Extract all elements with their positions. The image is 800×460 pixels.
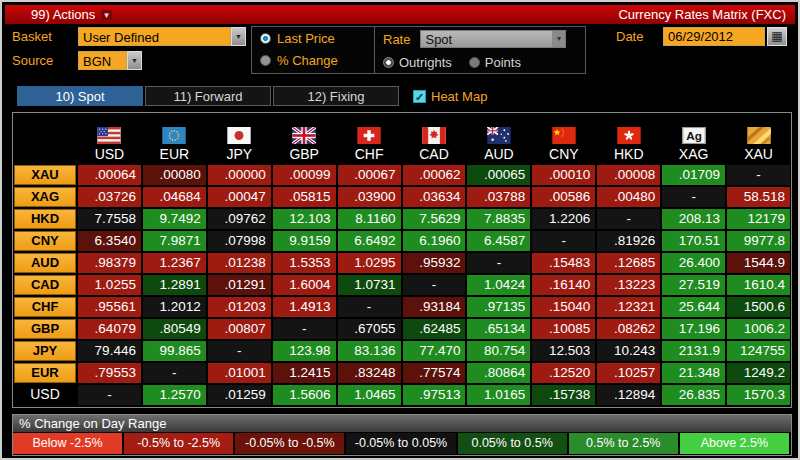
- cell-hkd-jpy[interactable]: .09762: [208, 209, 271, 229]
- cell-cny-xag[interactable]: 170.51: [662, 231, 725, 251]
- cell-cad-chf[interactable]: 1.0731: [338, 275, 401, 295]
- actions-menu[interactable]: 99) Actions ▾: [31, 7, 112, 22]
- column-header-jpy[interactable]: JPY: [208, 114, 271, 163]
- cell-aud-hkd[interactable]: .12685: [597, 253, 660, 273]
- cell-xag-jpy[interactable]: .00047: [208, 187, 271, 207]
- cell-usd-xag[interactable]: 26.835: [662, 385, 725, 405]
- cell-jpy-jpy[interactable]: -: [208, 341, 271, 361]
- cell-xau-usd[interactable]: .00064: [78, 165, 141, 185]
- cell-gbp-chf[interactable]: .67055: [338, 319, 401, 339]
- cell-gbp-jpy[interactable]: .00807: [208, 319, 271, 339]
- cell-chf-xau[interactable]: 1500.6: [727, 297, 790, 317]
- cell-xau-cny[interactable]: .00010: [532, 165, 595, 185]
- row-header-cny[interactable]: CNY: [14, 231, 76, 251]
- cell-cny-chf[interactable]: 6.6492: [338, 231, 401, 251]
- row-header-cad[interactable]: CAD: [14, 275, 76, 295]
- tab-spot[interactable]: 10) Spot: [17, 86, 143, 106]
- cell-gbp-hkd[interactable]: .08262: [597, 319, 660, 339]
- cell-cad-cny[interactable]: .16140: [532, 275, 595, 295]
- cell-chf-cad[interactable]: .93184: [403, 297, 466, 317]
- column-header-gbp[interactable]: GBP: [273, 114, 336, 163]
- cell-chf-hkd[interactable]: .12321: [597, 297, 660, 317]
- source-dropdown-arrow-icon[interactable]: ▼: [127, 51, 142, 70]
- cell-aud-gbp[interactable]: 1.5353: [273, 253, 336, 273]
- cell-gbp-xau[interactable]: 1006.2: [727, 319, 790, 339]
- cell-aud-eur[interactable]: 1.2367: [143, 253, 206, 273]
- cell-cny-hkd[interactable]: .81926: [597, 231, 660, 251]
- cell-eur-jpy[interactable]: .01001: [208, 363, 271, 383]
- cell-eur-xag[interactable]: 21.348: [662, 363, 725, 383]
- cell-xag-usd[interactable]: .03726: [78, 187, 141, 207]
- row-header-hkd[interactable]: HKD: [14, 209, 76, 229]
- cell-chf-chf[interactable]: -: [338, 297, 401, 317]
- cell-cad-cad[interactable]: -: [403, 275, 466, 295]
- cell-aud-aud[interactable]: -: [467, 253, 530, 273]
- basket-select[interactable]: User Defined: [78, 27, 231, 46]
- cell-chf-cny[interactable]: .15040: [532, 297, 595, 317]
- row-header-xau[interactable]: XAU: [14, 165, 76, 185]
- row-header-eur[interactable]: EUR: [14, 363, 76, 383]
- cell-gbp-aud[interactable]: .65134: [467, 319, 530, 339]
- heat-map-checkbox-icon[interactable]: ✓: [413, 90, 426, 103]
- cell-xag-aud[interactable]: .03788: [467, 187, 530, 207]
- cell-gbp-cny[interactable]: .10085: [532, 319, 595, 339]
- basket-dropdown-arrow-icon[interactable]: ▼: [231, 27, 246, 46]
- cell-usd-cny[interactable]: .15738: [532, 385, 595, 405]
- cell-jpy-chf[interactable]: 83.136: [338, 341, 401, 361]
- heat-map-toggle[interactable]: ✓ Heat Map: [413, 89, 487, 104]
- cell-chf-aud[interactable]: .97135: [467, 297, 530, 317]
- cell-cny-cny[interactable]: -: [532, 231, 595, 251]
- cell-hkd-cny[interactable]: 1.2206: [532, 209, 595, 229]
- cell-xag-chf[interactable]: .03900: [338, 187, 401, 207]
- column-header-xag[interactable]: AgXAG: [662, 114, 725, 163]
- cell-jpy-gbp[interactable]: 123.98: [273, 341, 336, 361]
- cell-eur-hkd[interactable]: .10257: [597, 363, 660, 383]
- cell-xag-xau[interactable]: 58.518: [727, 187, 790, 207]
- tab-fixing[interactable]: 12) Fixing: [273, 86, 399, 106]
- cell-aud-xag[interactable]: 26.400: [662, 253, 725, 273]
- row-header-gbp[interactable]: GBP: [14, 319, 76, 339]
- cell-cny-aud[interactable]: 6.4587: [467, 231, 530, 251]
- rate-dropdown-arrow-icon[interactable]: ▼: [552, 31, 565, 47]
- cell-gbp-eur[interactable]: .80549: [143, 319, 206, 339]
- cell-cad-usd[interactable]: 1.0255: [78, 275, 141, 295]
- cell-xau-hkd[interactable]: .00008: [597, 165, 660, 185]
- cell-hkd-usd[interactable]: 7.7558: [78, 209, 141, 229]
- cell-hkd-aud[interactable]: 7.8835: [467, 209, 530, 229]
- row-header-jpy[interactable]: JPY: [14, 341, 76, 361]
- cell-gbp-gbp[interactable]: -: [273, 319, 336, 339]
- column-header-hkd[interactable]: HKD: [597, 114, 660, 163]
- cell-cny-gbp[interactable]: 9.9159: [273, 231, 336, 251]
- column-header-usd[interactable]: USD: [78, 114, 141, 163]
- cell-usd-gbp[interactable]: 1.5606: [273, 385, 336, 405]
- row-header-chf[interactable]: CHF: [14, 297, 76, 317]
- cell-gbp-xag[interactable]: 17.196: [662, 319, 725, 339]
- cell-cny-xau[interactable]: 9977.8: [727, 231, 790, 251]
- cell-jpy-xau[interactable]: 124755: [727, 341, 790, 361]
- row-header-xag[interactable]: XAG: [14, 187, 76, 207]
- cell-jpy-usd[interactable]: 79.446: [78, 341, 141, 361]
- cell-aud-usd[interactable]: .98379: [78, 253, 141, 273]
- column-header-chf[interactable]: CHF: [338, 114, 401, 163]
- cell-eur-gbp[interactable]: 1.2415: [273, 363, 336, 383]
- cell-jpy-eur[interactable]: 99.865: [143, 341, 206, 361]
- cell-usd-jpy[interactable]: .01259: [208, 385, 271, 405]
- tab-forward[interactable]: 11) Forward: [145, 86, 271, 106]
- cell-xau-aud[interactable]: .00065: [467, 165, 530, 185]
- cell-cad-xau[interactable]: 1610.4: [727, 275, 790, 295]
- cell-xau-chf[interactable]: .00067: [338, 165, 401, 185]
- column-header-eur[interactable]: EUR: [143, 114, 206, 163]
- cell-aud-cad[interactable]: .95932: [403, 253, 466, 273]
- cell-usd-cad[interactable]: .97513: [403, 385, 466, 405]
- cell-usd-chf[interactable]: 1.0465: [338, 385, 401, 405]
- cell-cad-eur[interactable]: 1.2891: [143, 275, 206, 295]
- cell-cad-hkd[interactable]: .13223: [597, 275, 660, 295]
- cell-hkd-gbp[interactable]: 12.103: [273, 209, 336, 229]
- source-select[interactable]: BGN: [78, 51, 127, 70]
- cell-chf-xag[interactable]: 25.644: [662, 297, 725, 317]
- cell-hkd-eur[interactable]: 9.7492: [143, 209, 206, 229]
- cell-cny-eur[interactable]: 7.9871: [143, 231, 206, 251]
- cell-jpy-aud[interactable]: 80.754: [467, 341, 530, 361]
- column-header-cny[interactable]: CNY: [532, 114, 595, 163]
- cell-eur-cny[interactable]: .12520: [532, 363, 595, 383]
